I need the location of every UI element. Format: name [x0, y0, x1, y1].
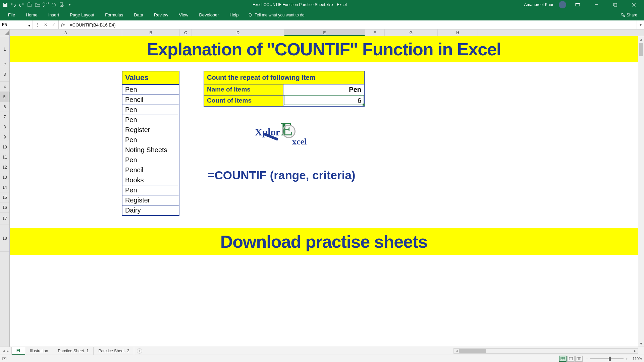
svg-rect-20 [577, 357, 579, 360]
new-icon[interactable] [27, 2, 32, 7]
vscroll-thumb[interactable] [639, 43, 643, 56]
row-header-16[interactable]: 16 [0, 202, 9, 213]
row-header-15[interactable]: 15 [0, 192, 9, 202]
close-button[interactable] [627, 0, 641, 9]
row-headers: 123456789101112131415161718 [0, 36, 10, 347]
scroll-right-icon[interactable]: ▸ [632, 349, 638, 353]
sheet-tab-fi[interactable]: FI [12, 347, 25, 355]
ribbon-display-icon[interactable] [570, 0, 585, 9]
fx-icon[interactable]: ƒx [59, 20, 67, 29]
macro-record-icon[interactable] [2, 356, 7, 361]
undo-icon[interactable] [11, 2, 16, 7]
preview-icon[interactable] [59, 2, 64, 7]
row-header-13[interactable]: 13 [0, 172, 9, 182]
count-of-items-value: 6 [283, 96, 364, 106]
ribbon-tab-help[interactable]: Help [225, 10, 244, 20]
ribbon-tab-insert[interactable]: Insert [44, 10, 64, 20]
ribbon-tab-review[interactable]: Review [149, 10, 173, 20]
row-header-17[interactable]: 17 [0, 213, 9, 225]
row-header-5[interactable]: 5 [0, 92, 9, 102]
scroll-down-icon[interactable]: ▼ [638, 341, 644, 347]
formula-input[interactable] [67, 20, 637, 29]
hscroll-thumb[interactable] [459, 349, 486, 353]
row-header-3[interactable]: 3 [0, 67, 9, 82]
enter-icon[interactable]: ✓ [51, 22, 56, 27]
tab-nav-prev-icon[interactable]: ◂ [3, 349, 5, 353]
name-box-dropdown-icon[interactable]: ▾ [28, 23, 32, 26]
user-name[interactable]: Amanpreet Kaur [524, 2, 555, 7]
ribbon-tab-developer[interactable]: Developer [194, 10, 223, 20]
formula-split-icon[interactable]: ⋮ [35, 22, 40, 27]
zoom-level[interactable]: 110% [633, 357, 642, 361]
add-sheet-button[interactable]: + [137, 348, 142, 354]
page-title: Explanation of "COUNTIF" Function in Exc… [10, 36, 638, 62]
vertical-scrollbar[interactable]: ▲ ▼ [638, 36, 644, 347]
cells-area[interactable]: Explanation of "COUNTIF" Function in Exc… [10, 36, 638, 347]
sheet-tab-parctice-sheet--2[interactable]: Parctice Sheet- 2 [94, 347, 134, 355]
column-header-E[interactable]: E [284, 29, 365, 36]
name-box-input[interactable] [0, 22, 27, 27]
tell-me-search[interactable]: Tell me what you want to do [248, 13, 304, 17]
row-header-10[interactable]: 10 [0, 142, 9, 152]
share-button[interactable]: Share [617, 11, 641, 19]
column-header-F[interactable]: F [365, 29, 385, 36]
quick-access-toolbar: ABC✓ ▾ [0, 2, 75, 7]
column-header-A[interactable]: A [10, 29, 122, 36]
row-header-7[interactable]: 7 [0, 112, 9, 122]
qat-customize-icon[interactable]: ▾ [67, 2, 72, 7]
column-header-G[interactable]: G [385, 29, 438, 36]
redo-icon[interactable] [19, 2, 24, 7]
ribbon-tab-home[interactable]: Home [21, 10, 42, 20]
ribbon-tab-view[interactable]: View [174, 10, 193, 20]
name-box[interactable]: ▾ [0, 20, 33, 29]
horizontal-scrollbar[interactable]: ◂ ▸ [453, 348, 638, 354]
count-of-items-label: Count of Items [204, 96, 283, 106]
zoom-in-button[interactable]: + [626, 357, 628, 361]
row-header-8[interactable]: 8 [0, 122, 9, 132]
row-header-9[interactable]: 9 [0, 132, 9, 142]
save-icon[interactable] [3, 2, 8, 7]
column-header-C[interactable]: C [180, 29, 192, 36]
row-header-4[interactable]: 4 [0, 82, 9, 92]
row-header-12[interactable]: 12 [0, 162, 9, 172]
sheet-tab-nav[interactable]: ◂ ▸ [0, 347, 12, 355]
scroll-left-icon[interactable]: ◂ [454, 349, 459, 353]
ribbon-tab-data[interactable]: Data [129, 10, 148, 20]
ribbon-tab-formulas[interactable]: Formulas [100, 10, 128, 20]
spelling-icon[interactable]: ABC✓ [43, 2, 48, 7]
column-header-H[interactable]: H [438, 29, 478, 36]
column-header-D[interactable]: D [192, 29, 284, 36]
zoom-out-button[interactable]: − [586, 357, 588, 361]
row-header-11[interactable]: 11 [0, 152, 9, 162]
values-header: Values [122, 71, 179, 85]
values-row: Pen [122, 105, 179, 115]
user-avatar-icon[interactable] [559, 1, 566, 8]
zoom-slider-thumb[interactable] [609, 357, 611, 361]
minimize-button[interactable] [589, 0, 604, 9]
ribbon-tab-file[interactable]: File [3, 10, 20, 20]
column-header-B[interactable]: B [122, 29, 180, 36]
formula-bar-buttons: ⋮ ✕ ✓ [33, 20, 59, 29]
row-header-18[interactable]: 18 [0, 225, 9, 252]
ribbon-tab-page-layout[interactable]: Page Layout [65, 10, 99, 20]
name-of-items-label: Name of Items [204, 84, 283, 95]
zoom-slider[interactable] [590, 358, 624, 359]
sheet-tab-parctice-sheet--1[interactable]: Parctice Sheet- 1 [53, 347, 94, 355]
row-header-1[interactable]: 1 [0, 36, 9, 62]
page-layout-view-button[interactable] [567, 356, 575, 362]
tab-nav-next-icon[interactable]: ▸ [7, 349, 9, 353]
normal-view-button[interactable] [559, 356, 567, 362]
cancel-icon[interactable]: ✕ [43, 22, 48, 27]
open-icon[interactable] [35, 2, 40, 7]
sheet-tab-illustration[interactable]: Illustration [25, 347, 53, 355]
tab-split-handle[interactable]: ⋮ [451, 349, 453, 353]
quickprint-icon[interactable] [51, 2, 56, 7]
row-header-2[interactable]: 2 [0, 62, 9, 67]
maximize-button[interactable] [608, 0, 623, 9]
scroll-up-icon[interactable]: ▲ [638, 36, 644, 42]
select-all-button[interactable] [0, 29, 10, 36]
row-header-14[interactable]: 14 [0, 182, 9, 192]
formula-bar-expand-icon[interactable]: ▾ [637, 20, 644, 29]
page-break-view-button[interactable] [575, 356, 583, 362]
row-header-6[interactable]: 6 [0, 102, 9, 112]
